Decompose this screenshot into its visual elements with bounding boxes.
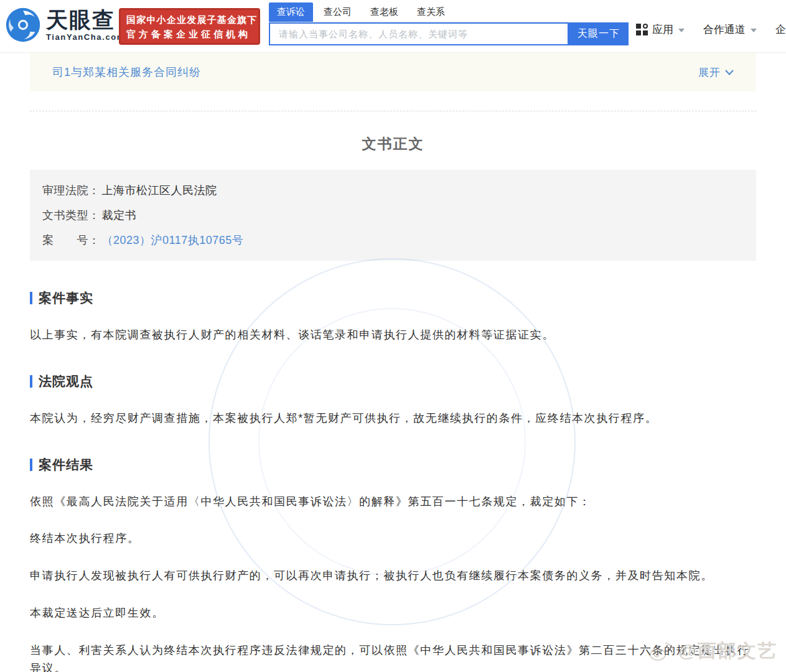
paragraph: 本裁定送达后立即生效。 [30, 604, 756, 622]
logo-name: 天眼查 [46, 8, 125, 32]
meta-label-court: 审理法院： [42, 178, 100, 203]
chevron-down-icon [751, 29, 757, 32]
certification-badge: 国家中小企业发展子基金旗下 官方备案企业征信机构 [119, 8, 260, 45]
chevron-down-icon [678, 29, 685, 32]
meta-value-court: 上海市松江区人民法院 [102, 178, 217, 203]
paragraph: 申请执行人发现被执行人有可供执行财产的，可以再次申请执行；被执行人也负有继续履行… [30, 567, 756, 585]
paragraph: 依照《最高人民法院关于适用〈中华人民共和国民事诉讼法〉的解释》第五百一十七条规定… [30, 493, 756, 511]
document-title: 文书正文 [0, 134, 786, 154]
logo-domain: TianYanCha.com [46, 32, 125, 42]
case-bar: 司1与郑某相关服务合同纠纷 展开 [30, 53, 756, 91]
meta-label-case-number: 案 号： [42, 228, 100, 253]
badge-line1: 国家中小企业发展子基金旗下 [126, 12, 253, 27]
paragraph: 终结本次执行程序。 [30, 530, 756, 548]
document-meta-box: 审理法院： 上海市松江区人民法院 文书类型： 裁定书 案 号： （2023）沪0… [30, 170, 756, 261]
expand-button[interactable]: 展开 [698, 65, 734, 80]
paragraph: 本院认为，经穷尽财产调查措施，本案被执行人郑*暂无财产可供执行，故无继续执行的条… [30, 409, 756, 427]
section-case-result: 案件结果 依照《最高人民法院关于适用〈中华人民共和国民事诉讼法〉的解释》第五百一… [30, 456, 756, 672]
section-accent-bar [30, 459, 32, 471]
tab-company[interactable]: 查公司 [316, 2, 360, 22]
tianyancha-logo-icon [5, 7, 41, 43]
nav-item-enterprise[interactable]: 企业 [775, 22, 786, 37]
meta-row-court: 审理法院： 上海市松江区人民法院 [42, 178, 744, 203]
case-number-link[interactable]: （2023）沪0117执10765号 [102, 228, 244, 253]
paragraph: 当事人、利害关系人认为终结本次执行程序违反法律规定的，可以依照《中华人民共和国民… [30, 642, 756, 672]
header: 天眼查 TianYanCha.com 国家中小企业发展子基金旗下 官方备案企业征… [0, 0, 786, 53]
tab-relation[interactable]: 查关系 [409, 2, 453, 22]
search-area: 查诉讼 查公司 查老板 查关系 天眼一下 [269, 2, 629, 45]
nav-cooperation-label: 合作通道 [703, 22, 746, 37]
chevron-down-icon [725, 70, 734, 75]
nav-item-apps[interactable]: 应用 [636, 22, 685, 37]
meta-label-doctype: 文书类型： [42, 203, 100, 228]
expand-label: 展开 [698, 65, 721, 80]
section-court-opinion: 法院观点 本院认为，经穷尽财产调查措施，本案被执行人郑*暂无财产可供执行，故无继… [30, 373, 756, 427]
dashed-divider [30, 111, 756, 111]
search-button[interactable]: 天眼一下 [569, 22, 629, 45]
section-case-facts: 案件事实 以上事实，有本院调查被执行人财产的相关材料、谈话笔录和申请执行人提供的… [30, 289, 756, 344]
header-nav: 应用 合作通道 企业 [636, 22, 786, 37]
meta-row-doctype: 文书类型： 裁定书 [42, 203, 744, 228]
nav-apps-label: 应用 [652, 22, 673, 37]
section-title: 法院观点 [39, 373, 93, 390]
badge-line2: 官方备案企业征信机构 [126, 27, 253, 41]
paragraph: 以上事实，有本院调查被执行人财产的相关材料、谈话笔录和申请执行人提供的材料等证据… [30, 326, 756, 344]
meta-row-case-number: 案 号： （2023）沪0117执10765号 [42, 228, 744, 253]
apps-grid-icon [636, 24, 648, 35]
section-accent-bar [30, 292, 32, 304]
search-input[interactable] [269, 22, 569, 45]
section-title: 案件结果 [39, 456, 93, 474]
tab-boss[interactable]: 查老板 [362, 2, 406, 22]
tab-lawsuit[interactable]: 查诉讼 [269, 2, 313, 22]
search-tabs: 查诉讼 查公司 查老板 查关系 [269, 2, 569, 22]
meta-value-doctype: 裁定书 [102, 203, 137, 228]
tianyancha-logo[interactable]: 天眼查 TianYanCha.com [5, 7, 125, 43]
nav-enterprise-label: 企业 [775, 22, 786, 37]
case-title-link[interactable]: 司1与郑某相关服务合同纠纷 [52, 65, 201, 80]
section-accent-bar [30, 375, 32, 388]
nav-item-cooperation[interactable]: 合作通道 [703, 22, 757, 37]
section-title: 案件事实 [39, 289, 93, 307]
